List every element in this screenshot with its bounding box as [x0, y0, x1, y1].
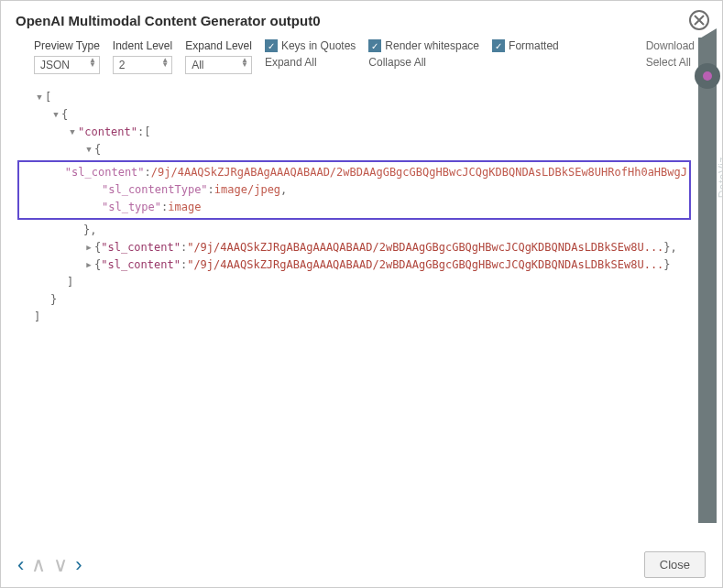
nav-arrows: ‹ ∧ ∨ › [17, 553, 82, 577]
json-bracket: ] [34, 309, 40, 326]
json-value: image/jpeg [214, 181, 280, 199]
json-key: "sl_content" [101, 256, 181, 274]
formatted-label: Formatted [509, 39, 559, 52]
highlighted-json-node: "sl_content": /9j/4AAQSkZJRgABAgAAAQABAA… [17, 160, 691, 220]
toolbar: Preview Type JSON ▲▼ Indent Level 2 ▲▼ E… [1, 36, 722, 80]
dialog-title: OpenAI Multimodal Content Generator outp… [16, 13, 321, 28]
json-brace: { [94, 141, 101, 158]
indent-level-select[interactable]: 2 ▲▼ [113, 56, 172, 74]
collapse-toggle-icon[interactable]: ▼ [34, 89, 45, 106]
expand-toggle-icon[interactable]: ▶ [83, 239, 94, 256]
indent-level-value: 2 [119, 59, 126, 71]
nav-down-icon[interactable]: ∨ [53, 553, 68, 577]
select-all-link[interactable]: Select All [646, 56, 691, 69]
checkbox-checked-icon: ✓ [265, 39, 278, 52]
render-whitespace-checkbox[interactable]: ✓ Render whitespace [368, 39, 479, 52]
json-key: "sl_type" [102, 199, 161, 216]
json-value: image [168, 199, 201, 216]
preview-type-label: Preview Type [34, 39, 100, 52]
select-arrows-icon: ▲▼ [89, 58, 96, 67]
json-brace: }, [83, 222, 96, 239]
json-key: "sl_contentType" [102, 181, 208, 199]
keys-in-quotes-label: Keys in Quotes [281, 39, 356, 52]
dataviz-knob-icon[interactable] [695, 63, 720, 89]
expand-level-select[interactable]: All ▲▼ [185, 56, 252, 74]
json-brace: { [61, 106, 68, 124]
json-value: "/9j/4AAQSkZJRgABAgAAAQABAAD/2wBDAAgGBgc… [187, 256, 663, 274]
json-value: /9j/4AAQSkZJRgABAgAAAQABAAD/2wBDAAgGBgcG… [151, 164, 687, 181]
dataviz-label: DataViz [717, 157, 723, 198]
keys-in-quotes-checkbox[interactable]: ✓ Keys in Quotes [265, 39, 356, 52]
collapse-all-link[interactable]: Collapse All [368, 56, 479, 69]
formatted-checkbox[interactable]: ✓ Formatted [492, 39, 559, 52]
render-whitespace-label: Render whitespace [385, 39, 479, 52]
json-key: "sl_content" [101, 239, 181, 256]
preview-type-value: JSON [40, 59, 70, 71]
download-link[interactable]: Download [646, 39, 695, 52]
json-bracket: [ [144, 124, 150, 141]
json-key: "content" [78, 124, 137, 141]
checkbox-checked-icon: ✓ [368, 39, 381, 52]
dataviz-side-tab[interactable] [698, 38, 717, 523]
expand-level-value: All [192, 59, 203, 71]
expand-level-label: Expand Level [185, 39, 252, 52]
json-bracket: [ [45, 89, 51, 106]
close-button[interactable]: Close [644, 551, 706, 578]
json-bracket: ] [67, 274, 73, 291]
collapse-toggle-icon[interactable]: ▼ [83, 141, 94, 158]
select-arrows-icon: ▲▼ [241, 58, 248, 67]
expand-toggle-icon[interactable]: ▶ [83, 256, 94, 274]
close-icon[interactable] [689, 10, 709, 30]
nav-next-icon[interactable]: › [75, 553, 82, 577]
collapse-toggle-icon[interactable]: ▼ [67, 124, 78, 141]
expand-all-link[interactable]: Expand All [265, 56, 356, 69]
json-value: "/9j/4AAQSkZJRgABAgAAAQABAAD/2wBDAAgGBgc… [187, 239, 663, 256]
preview-type-select[interactable]: JSON ▲▼ [34, 56, 100, 74]
json-brace: } [50, 291, 57, 309]
select-arrows-icon: ▲▼ [161, 58, 169, 67]
json-key: "sl_content" [65, 164, 145, 181]
checkbox-checked-icon: ✓ [492, 39, 505, 52]
indent-level-label: Indent Level [113, 39, 172, 52]
nav-prev-icon[interactable]: ‹ [17, 553, 24, 577]
nav-up-icon[interactable]: ∧ [31, 553, 46, 577]
json-viewer[interactable]: ▼ [ ▼ { ▼"content": [ ▼ { "sl_content": … [17, 89, 691, 534]
collapse-toggle-icon[interactable]: ▼ [50, 106, 61, 124]
